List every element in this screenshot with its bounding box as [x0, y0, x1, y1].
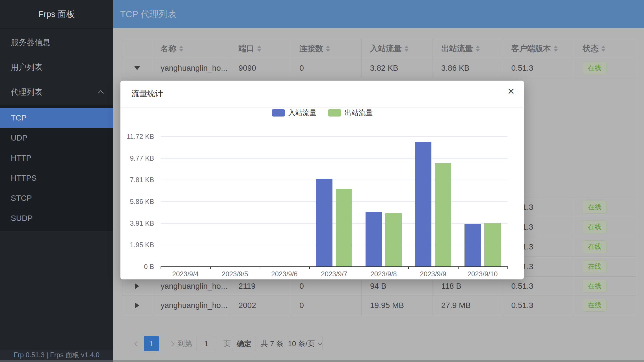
sidebar-subitem-tcp[interactable]: TCP — [0, 108, 113, 128]
page-jump-input[interactable] — [196, 336, 216, 351]
bar-inbound-2023/9/9 — [415, 142, 431, 266]
jump-prefix-label: 到第 — [178, 339, 192, 349]
cell-status: 在线 — [574, 217, 636, 237]
bar-inbound-2023/9/7 — [316, 179, 332, 266]
sort-caret-icon — [257, 46, 261, 52]
cell-text: 3.86 KB — [441, 64, 470, 73]
page-1-button[interactable]: 1 — [144, 336, 159, 351]
sidebar-item-proxy-list[interactable]: 代理列表 — [0, 80, 113, 105]
total-count-label: 共 7 条 — [261, 339, 284, 349]
cell-text: 0.51.3 — [511, 282, 533, 291]
cell-text: 2119 — [239, 282, 256, 291]
cell-text: 0 — [299, 301, 304, 310]
cell-text: yanghuanglin_ho... — [161, 301, 228, 310]
page-size-select[interactable]: 10 条/页 — [287, 336, 323, 351]
x-axis-tick-label: 2023/9/5 — [222, 270, 248, 278]
status-badge: 在线 — [583, 62, 606, 74]
cell-status: 在线 — [574, 58, 636, 78]
chart-gridline — [161, 223, 507, 224]
x-axis-tick — [161, 266, 161, 269]
chart-gridline — [161, 180, 507, 180]
x-axis-tick — [458, 266, 459, 269]
sidebar-subitem-stcp[interactable]: STCP — [0, 188, 113, 208]
cell-expand — [122, 277, 152, 296]
cell-inbound-traffic: 3.82 KB — [362, 58, 433, 78]
sidebar-subitem-https[interactable]: HTTPS — [0, 168, 113, 188]
chevron-up-icon — [98, 90, 104, 96]
sidebar-item-label: 用户列表 — [11, 63, 42, 72]
confirm-button[interactable]: 确定 — [232, 336, 256, 351]
sidebar-item-user-list[interactable]: 用户列表 — [0, 55, 113, 80]
y-axis-tick-label: 1.95 KB — [120, 241, 154, 249]
sort-descending-icon — [405, 49, 409, 52]
sort-ascending-icon — [554, 46, 558, 48]
column-header-label: 状态 — [583, 43, 598, 54]
sort-descending-icon — [601, 49, 605, 52]
sidebar-item-label: 服务器信息 — [11, 38, 50, 47]
sort-ascending-icon — [601, 46, 605, 48]
prev-page-button[interactable] — [133, 336, 140, 351]
cell-client-version: 0.51.3 — [503, 58, 574, 78]
app-title: Frps 面板 — [0, 0, 113, 29]
traffic-bar-chart: 0 B1.95 KB3.91 KB5.86 KB7.81 KB9.77 KB11… — [120, 81, 524, 279]
chevron-down-icon — [317, 341, 322, 345]
x-axis-tick — [359, 266, 359, 269]
column-header-outbound-traffic[interactable]: 出站流量 — [433, 39, 503, 58]
column-header-connections[interactable]: 连接数 — [291, 39, 362, 58]
expand-row-icon[interactable] — [135, 283, 139, 289]
x-axis-line — [161, 266, 508, 267]
status-badge: 在线 — [583, 201, 606, 214]
sidebar-subitem-http[interactable]: HTTP — [0, 148, 113, 168]
cell-outbound-traffic: 118 B — [433, 277, 503, 296]
cell-inbound-traffic: 94 B — [362, 277, 433, 296]
chart-gridline — [161, 158, 507, 159]
cell-text: 0 — [299, 64, 304, 73]
cell-status: 在线 — [574, 296, 636, 315]
sidebar-item-server-info[interactable]: 服务器信息 — [0, 30, 113, 55]
next-page-button[interactable] — [168, 336, 175, 351]
page-header: TCP 代理列表 — [113, 0, 644, 28]
column-header-label: 端口 — [239, 43, 254, 54]
column-header-label: 名称 — [161, 43, 176, 54]
column-header-inbound-traffic[interactable]: 入站流量 — [362, 39, 433, 58]
cell-port: 9090 — [230, 58, 291, 78]
sort-caret-icon — [179, 46, 183, 52]
bar-outbound-2023/9/8 — [385, 213, 402, 266]
main-bottom-strip — [113, 360, 644, 362]
column-header-port[interactable]: 端口 — [230, 39, 291, 58]
bar-outbound-2023/9/7 — [336, 189, 352, 266]
sidebar-submenu: TCPUDPHTTPHTTPSSTCPSUDP — [0, 105, 113, 231]
cell-outbound-traffic: 3.86 KB — [433, 58, 503, 78]
cell-connections: 0 — [291, 58, 362, 78]
sort-caret-icon — [326, 46, 330, 52]
column-header-client-version[interactable]: 客户端版本 — [503, 39, 574, 58]
sort-descending-icon — [257, 49, 261, 52]
cell-name: yanghuanglin_ho... — [152, 296, 230, 315]
sort-ascending-icon — [405, 46, 409, 48]
table-row: yanghuanglin_ho...2002019.95 MB27.9 MB0.… — [122, 296, 636, 315]
x-axis-tick — [210, 266, 211, 269]
column-header-label: 连接数 — [299, 43, 323, 54]
x-axis-tick-label: 2023/9/9 — [420, 270, 446, 278]
column-header-status[interactable]: 状态 — [574, 39, 636, 58]
cell-text: 94 B — [370, 282, 386, 291]
sort-ascending-icon — [476, 46, 480, 48]
sidebar-subitem-sudp[interactable]: SUDP — [0, 208, 113, 228]
cell-expand — [122, 296, 152, 315]
sort-ascending-icon — [326, 46, 330, 48]
jump-suffix-label: 页 — [223, 339, 231, 349]
column-header-label: 入站流量 — [370, 43, 402, 54]
x-axis-tick-label: 2023/9/8 — [370, 270, 397, 278]
table-row: yanghuanglin_ho...2119094 B118 B0.51.3在线 — [122, 277, 636, 296]
expand-row-icon[interactable] — [135, 303, 139, 308]
column-header-label: 出站流量 — [441, 43, 473, 54]
chart-gridline — [161, 245, 507, 245]
column-header-name[interactable]: 名称 — [152, 39, 230, 58]
cell-client-version: 0.51.3 — [503, 277, 574, 296]
sort-caret-icon — [554, 46, 558, 52]
page-title: TCP 代理列表 — [120, 0, 177, 28]
collapse-row-icon[interactable] — [134, 66, 140, 70]
sidebar-subitem-udp[interactable]: UDP — [0, 128, 113, 148]
x-axis-tick-label: 2023/9/7 — [321, 270, 347, 278]
column-header-expand — [122, 39, 152, 58]
